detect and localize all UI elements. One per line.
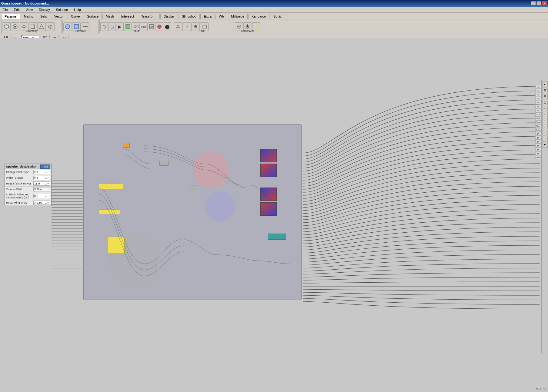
canvas-area[interactable]: Optimizer Visualisation True Change Bric… — [0, 38, 548, 392]
tab-sets[interactable]: Sets — [37, 14, 50, 19]
rl-g4: G — [535, 97, 541, 100]
tab-millipede[interactable]: Millipede — [228, 14, 248, 19]
util-group: ↗ ⚙ Util — [173, 20, 233, 33]
mix-node-12[interactable] — [190, 185, 198, 189]
param-true-button[interactable]: True — [40, 164, 50, 169]
input-label: Input — [100, 29, 172, 32]
param-row-1: Change Brick Type 2 a ▲▼ — [5, 169, 51, 175]
rl-cine: Cine — [535, 116, 541, 120]
menubar: File Edit View Display Solution Help — [0, 7, 548, 13]
color-display-1 — [260, 149, 277, 162]
tab-extra[interactable]: Extra — [200, 14, 215, 19]
svg-marker-4 — [39, 25, 44, 29]
tab-kangaroo[interactable]: Kangaroo — [248, 14, 269, 19]
param-row-3: Height (Block Rows) 11 φ ▲▼ — [5, 181, 51, 187]
param-row-2: Width (Bricks) # 8 ▲▼ — [5, 175, 51, 181]
param-panel: Optimizer Visualisation True Change Bric… — [5, 164, 52, 206]
teal-node[interactable] — [268, 234, 286, 240]
rp-btn-9[interactable]: ← — [542, 130, 548, 135]
rp-btn-5[interactable]: + — [542, 106, 548, 111]
rl-pt6: Pt — [535, 152, 541, 155]
primitive-group: Primitive — [62, 20, 99, 33]
tab-intersect[interactable]: Intersect — [118, 14, 137, 19]
rp-btn-1[interactable]: ▲ — [542, 81, 548, 87]
rl-attrac: Attrac — [535, 120, 541, 124]
rl-g2: G — [535, 89, 541, 92]
svg-rect-8 — [74, 25, 79, 29]
param-row-4: Column Width 5.70 φ ▲▼ — [5, 187, 51, 192]
color-displays — [260, 149, 277, 216]
primitive-label: Primitive — [63, 29, 99, 32]
rl-pt3: Pt — [535, 140, 541, 144]
rl-g5: G — [535, 101, 541, 104]
svg-text:Gr: Gr — [150, 25, 153, 28]
orange-node-10[interactable] — [123, 143, 130, 148]
tab-curve[interactable]: Curve — [68, 14, 83, 19]
color-display-2 — [260, 164, 277, 177]
param-panel-title: Optimizer Visualisation True — [5, 164, 51, 169]
menu-help[interactable]: Help — [73, 7, 82, 12]
right-panel: ▲ ⊞ ⊟ ◻ + - ↑ ↓ ← → ▼ — [541, 80, 548, 353]
rl-pt1: Pt — [535, 132, 541, 136]
rp-btn-3[interactable]: ⊟ — [542, 94, 548, 99]
menu-edit[interactable]: Edit — [13, 7, 21, 12]
tab-surface[interactable]: Surface — [84, 14, 102, 19]
svg-marker-10 — [87, 26, 88, 28]
tabbar: Params Maths Sets Vector Curve Surface M… — [0, 13, 548, 19]
yellow-node-6[interactable] — [99, 209, 120, 214]
svg-rect-3 — [31, 25, 35, 28]
tab-slingshot[interactable]: Slingshot! — [179, 14, 200, 19]
svg-text:PDB: PDB — [141, 25, 146, 28]
rp-btn-10[interactable]: → — [542, 136, 548, 141]
graph-panel[interactable] — [83, 124, 302, 300]
util-label: Util — [173, 29, 233, 32]
maximize-button[interactable]: □ — [536, 1, 541, 5]
rl-switch: Switch — [535, 128, 541, 132]
rl-switch2: Switch — [535, 156, 541, 159]
yellow-node-3[interactable] — [99, 184, 123, 189]
menu-file[interactable]: File — [1, 7, 9, 12]
tab-wb[interactable]: Wb — [216, 14, 227, 19]
big-yellow-3[interactable] — [108, 237, 125, 253]
svg-rect-19 — [202, 25, 206, 28]
rl-pt4: Pt — [535, 144, 541, 148]
rp-btn-2[interactable]: ⊞ — [542, 88, 548, 93]
param-value-2[interactable]: # 8 ▲▼ — [33, 176, 50, 180]
minimize-button[interactable]: – — [531, 1, 536, 5]
tab-maths[interactable]: Maths — [21, 14, 36, 19]
rl-g7: G — [535, 108, 541, 112]
tab-sonic[interactable]: Sonic — [270, 14, 285, 19]
param-value-1[interactable]: 2 a ▲▼ — [33, 170, 50, 174]
menu-display[interactable]: Display — [38, 7, 51, 12]
rp-btn-11[interactable]: ▼ — [542, 142, 548, 148]
rp-btn-4[interactable]: ◻ — [542, 100, 548, 105]
rl-g1: G — [535, 85, 541, 88]
svg-point-17 — [158, 25, 161, 28]
param-row-5: In Block Rebar and Cement every (cm) 0.5… — [5, 192, 51, 200]
param-value-6[interactable]: # 0.35 ▲▼ — [33, 201, 50, 205]
geometry-label: Geometry — [2, 29, 62, 32]
spiderweb-group: 🕸 ⚡ SpiderWeb — [234, 20, 261, 33]
title-text: Grasshopper - No document... — [1, 2, 49, 5]
rl-num: Num — [535, 124, 541, 128]
menu-solution[interactable]: Solution — [55, 7, 69, 12]
rp-btn-8[interactable]: ↓ — [542, 124, 548, 129]
tab-mesh[interactable]: Mesh — [102, 14, 117, 19]
rl-pt2: Pt — [535, 136, 541, 140]
param-value-5[interactable]: 0.5 ▲▼ — [33, 194, 50, 198]
tab-params[interactable]: Params — [1, 14, 20, 19]
input-group: ⬡ ◻ ▶ XYZ PDB Gr ⬤ Input — [99, 20, 172, 33]
gray-node-6[interactable] — [159, 161, 169, 166]
close-button[interactable]: ✕ — [542, 1, 547, 5]
tab-transform[interactable]: Transform — [138, 14, 160, 19]
svg-text:XYZ: XYZ — [134, 25, 139, 28]
param-value-4[interactable]: 5.70 φ ▲▼ — [33, 187, 50, 191]
rp-btn-7[interactable]: ↑ — [542, 118, 548, 123]
titlebar: Grasshopper - No document... – □ ✕ — [0, 0, 548, 7]
param-row-6: Rebar Ring every # 0.35 ▲▼ — [5, 200, 51, 206]
tab-vector[interactable]: Vector — [51, 14, 67, 19]
tab-display[interactable]: Display — [160, 14, 178, 19]
menu-view[interactable]: View — [25, 7, 34, 12]
param-value-3[interactable]: 11 φ ▲▼ — [33, 181, 50, 186]
rp-btn-6[interactable]: - — [542, 112, 548, 117]
